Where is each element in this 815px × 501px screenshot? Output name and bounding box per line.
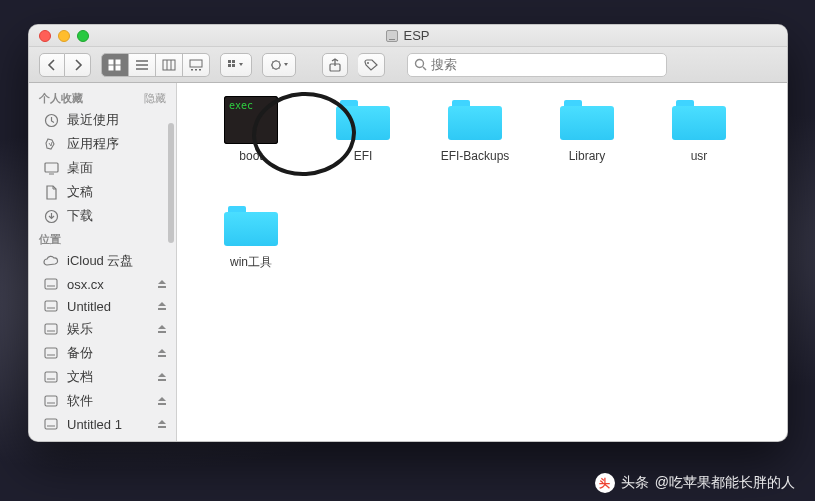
sidebar-item-label: 备份 bbox=[67, 344, 93, 362]
svg-rect-12 bbox=[232, 64, 235, 67]
sidebar-scrollbar[interactable] bbox=[168, 123, 174, 243]
sidebar-item-label: 软件 bbox=[67, 392, 93, 410]
svg-rect-20 bbox=[45, 279, 57, 289]
eject-icon[interactable] bbox=[156, 395, 168, 407]
sidebar-collapse-toggle[interactable]: 隐藏 bbox=[144, 91, 166, 106]
folder-item-efi-backups[interactable]: EFI-Backups bbox=[419, 91, 531, 197]
share-button[interactable] bbox=[322, 53, 348, 77]
tags-button[interactable] bbox=[358, 53, 385, 77]
column-view-button[interactable] bbox=[156, 53, 183, 77]
list-view-button[interactable] bbox=[129, 53, 156, 77]
svg-rect-3 bbox=[116, 66, 120, 70]
titlebar[interactable]: ESP bbox=[29, 25, 787, 47]
docs-icon bbox=[43, 184, 59, 200]
folder-item-library[interactable]: Library bbox=[531, 91, 643, 197]
watermark-source: 头条 bbox=[621, 474, 649, 492]
sidebar-item-osxcx[interactable]: osx.cx bbox=[29, 273, 176, 295]
search-field[interactable] bbox=[407, 53, 667, 77]
sidebar-item-entertainment[interactable]: 娱乐 bbox=[29, 317, 176, 341]
sidebar-item-downloads[interactable]: 下载 bbox=[29, 204, 176, 228]
sidebar-item-label: osx.cx bbox=[67, 277, 104, 292]
svg-rect-2 bbox=[109, 66, 113, 70]
eject-icon[interactable] bbox=[156, 278, 168, 290]
sidebar-item-documents[interactable]: 文稿 bbox=[29, 180, 176, 204]
sidebar-item-label: Untitled bbox=[67, 299, 111, 314]
window-title-text: ESP bbox=[403, 28, 429, 43]
sidebar-item-untitled1[interactable]: Untitled 1 bbox=[29, 413, 176, 435]
sidebar-item-software[interactable]: 软件 bbox=[29, 389, 176, 413]
svg-rect-8 bbox=[199, 69, 201, 71]
sidebar-header-favorites: 个人收藏 隐藏 bbox=[29, 87, 176, 108]
gallery-view-button[interactable] bbox=[183, 53, 210, 77]
svg-rect-18 bbox=[45, 163, 58, 172]
item-label: boot bbox=[239, 149, 262, 163]
disk-icon bbox=[43, 298, 59, 314]
svg-rect-11 bbox=[228, 64, 231, 67]
folder-item-wintools[interactable]: win工具 bbox=[195, 197, 307, 303]
disk-icon bbox=[43, 345, 59, 361]
eject-icon[interactable] bbox=[156, 347, 168, 359]
icon-grid: exec boot EFI EFI-Backups Library bbox=[195, 91, 787, 303]
svg-rect-7 bbox=[195, 69, 197, 71]
forward-button[interactable] bbox=[65, 53, 91, 77]
sidebar-item-docs-disk[interactable]: 文档 bbox=[29, 365, 176, 389]
search-input[interactable] bbox=[431, 57, 660, 72]
watermark-author: @吃苹果都能长胖的人 bbox=[655, 474, 795, 492]
sidebar-item-label: 文稿 bbox=[67, 183, 93, 201]
sidebar-header-locations: 位置 bbox=[29, 228, 176, 249]
folder-icon bbox=[448, 100, 502, 140]
sidebar: 个人收藏 隐藏 最近使用 应用程序 桌面 文稿 下载 位置 iCloud 云盘 … bbox=[29, 83, 177, 441]
eject-icon[interactable] bbox=[156, 371, 168, 383]
sidebar-item-icloud[interactable]: iCloud 云盘 bbox=[29, 249, 176, 273]
action-menu-button[interactable] bbox=[262, 53, 296, 77]
action-group bbox=[262, 53, 296, 77]
sidebar-item-label: 最近使用 bbox=[67, 111, 119, 129]
sidebar-item-untitled[interactable]: Untitled bbox=[29, 295, 176, 317]
sidebar-item-applications[interactable]: 应用程序 bbox=[29, 132, 176, 156]
svg-rect-0 bbox=[109, 60, 113, 64]
folder-icon bbox=[224, 206, 278, 246]
download-icon bbox=[43, 208, 59, 224]
file-item-boot[interactable]: exec boot bbox=[195, 91, 307, 197]
eject-icon[interactable] bbox=[156, 323, 168, 335]
back-button[interactable] bbox=[39, 53, 65, 77]
toolbar bbox=[29, 47, 787, 83]
disk-icon bbox=[43, 393, 59, 409]
nav-buttons bbox=[39, 53, 91, 77]
sidebar-item-label: 桌面 bbox=[67, 159, 93, 177]
svg-rect-1 bbox=[116, 60, 120, 64]
disk-icon bbox=[43, 416, 59, 432]
eject-icon[interactable] bbox=[156, 418, 168, 430]
svg-point-15 bbox=[367, 62, 369, 64]
apps-icon bbox=[43, 136, 59, 152]
folder-item-usr[interactable]: usr bbox=[643, 91, 755, 197]
arrange-button[interactable] bbox=[220, 53, 252, 77]
view-mode-buttons bbox=[101, 53, 210, 77]
svg-rect-10 bbox=[232, 60, 235, 63]
svg-rect-26 bbox=[45, 419, 57, 429]
desktop-icon bbox=[43, 160, 59, 176]
disk-icon bbox=[43, 321, 59, 337]
toutiao-logo-icon: 头 bbox=[595, 473, 615, 493]
svg-rect-25 bbox=[45, 396, 57, 406]
sidebar-item-label: Untitled 1 bbox=[67, 417, 122, 432]
sidebar-item-label: 娱乐 bbox=[67, 320, 93, 338]
sidebar-item-label: 文档 bbox=[67, 368, 93, 386]
sidebar-item-label: 下载 bbox=[67, 207, 93, 225]
content-area[interactable]: exec boot EFI EFI-Backups Library bbox=[177, 83, 787, 441]
icon-view-button[interactable] bbox=[101, 53, 129, 77]
sidebar-item-backup[interactable]: 备份 bbox=[29, 341, 176, 365]
folder-item-efi[interactable]: EFI bbox=[307, 91, 419, 197]
search-icon bbox=[414, 58, 427, 71]
sidebar-item-desktop[interactable]: 桌面 bbox=[29, 156, 176, 180]
item-label: usr bbox=[691, 149, 708, 163]
eject-icon[interactable] bbox=[156, 300, 168, 312]
exec-icon: exec bbox=[224, 96, 278, 144]
svg-rect-21 bbox=[45, 301, 57, 311]
window-title: ESP bbox=[29, 28, 787, 43]
exec-label: exec bbox=[229, 100, 253, 111]
folder-icon bbox=[672, 100, 726, 140]
sidebar-item-recents[interactable]: 最近使用 bbox=[29, 108, 176, 132]
svg-point-16 bbox=[416, 60, 424, 68]
svg-point-13 bbox=[272, 61, 280, 69]
